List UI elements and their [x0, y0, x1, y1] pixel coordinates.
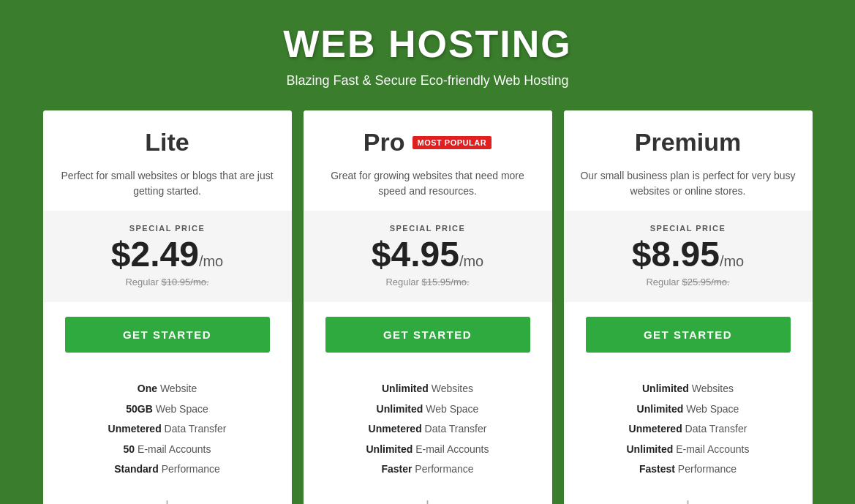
more-features-arrow-premium[interactable]: + [564, 494, 813, 504]
plan-features-pro: Unlimited WebsitesUnlimited Web SpaceUnm… [304, 367, 552, 494]
plan-features-premium: Unlimited WebsitesUnlimited Web SpaceUnm… [564, 367, 813, 494]
plans-container: LitePerfect for small websites or blogs … [26, 110, 830, 504]
price-main-premium: $8.95/mo [579, 237, 798, 272]
page-header: WEB HOSTING Blazing Fast & Secure Eco-fr… [283, 22, 572, 89]
plan-card-pro: ProMOST POPULARGreat for growing website… [304, 110, 552, 504]
plan-pricing-pro: SPECIAL PRICE$4.95/moRegular $15.95/mo. [304, 211, 552, 302]
more-features-arrow-pro[interactable]: + [304, 494, 552, 504]
regular-price-lite: Regular $10.95/mo. [58, 277, 277, 287]
feature-item: Unlimited Websites [318, 382, 538, 396]
feature-item: Unmetered Data Transfer [579, 422, 798, 437]
plan-cta-lite: GET STARTED [43, 302, 292, 367]
feature-item: Faster Performance [318, 462, 538, 477]
feature-item: Unlimited E-mail Accounts [579, 443, 798, 457]
feature-item: Unmetered Data Transfer [58, 422, 277, 437]
plan-name-lite: Lite [58, 128, 277, 157]
plan-features-lite: One Website50GB Web SpaceUnmetered Data … [43, 367, 292, 494]
feature-item: Unlimited Websites [579, 382, 798, 396]
feature-item: Unlimited Web Space [318, 402, 538, 417]
plan-name-pro: ProMOST POPULAR [318, 128, 538, 157]
plan-pricing-lite: SPECIAL PRICE$2.49/moRegular $10.95/mo. [43, 211, 292, 302]
special-price-label-pro: SPECIAL PRICE [318, 224, 538, 233]
get-started-button-lite[interactable]: GET STARTED [65, 317, 270, 353]
feature-item: Unlimited E-mail Accounts [318, 443, 538, 457]
special-price-label-premium: SPECIAL PRICE [579, 224, 798, 233]
regular-price-premium: Regular $25.95/mo. [579, 277, 798, 287]
get-started-button-premium[interactable]: GET STARTED [586, 317, 791, 353]
plan-description-lite: Perfect for small websites or blogs that… [43, 168, 292, 211]
plan-name-premium: Premium [579, 128, 798, 157]
feature-item: Fastest Performance [579, 462, 798, 477]
plan-card-lite: LitePerfect for small websites or blogs … [43, 110, 292, 504]
page-title: WEB HOSTING [283, 22, 572, 66]
regular-price-pro: Regular $15.95/mo. [318, 277, 538, 287]
feature-item: One Website [58, 382, 277, 396]
plan-description-pro: Great for growing websites that need mor… [304, 168, 552, 211]
feature-item: 50 E-mail Accounts [58, 443, 277, 457]
get-started-button-pro[interactable]: GET STARTED [325, 317, 530, 353]
special-price-label-lite: SPECIAL PRICE [58, 224, 277, 233]
plan-header-pro: ProMOST POPULAR [304, 110, 552, 168]
feature-item: Standard Performance [58, 462, 277, 477]
plan-cta-premium: GET STARTED [564, 302, 813, 367]
feature-item: Unlimited Web Space [579, 402, 798, 417]
plan-header-lite: Lite [43, 110, 292, 168]
plan-pricing-premium: SPECIAL PRICE$8.95/moRegular $25.95/mo. [564, 211, 813, 302]
page-subtitle: Blazing Fast & Secure Eco-friendly Web H… [283, 73, 572, 89]
plan-description-premium: Our small business plan is perfect for v… [564, 168, 813, 211]
feature-item: Unmetered Data Transfer [318, 422, 538, 437]
plan-cta-pro: GET STARTED [304, 302, 552, 367]
more-features-arrow-lite[interactable]: + [43, 494, 292, 504]
feature-item: 50GB Web Space [58, 402, 277, 417]
plan-card-premium: PremiumOur small business plan is perfec… [564, 110, 813, 504]
most-popular-badge: MOST POPULAR [413, 136, 492, 149]
price-main-lite: $2.49/mo [58, 237, 277, 272]
price-main-pro: $4.95/mo [318, 237, 538, 272]
plan-header-premium: Premium [564, 110, 813, 168]
